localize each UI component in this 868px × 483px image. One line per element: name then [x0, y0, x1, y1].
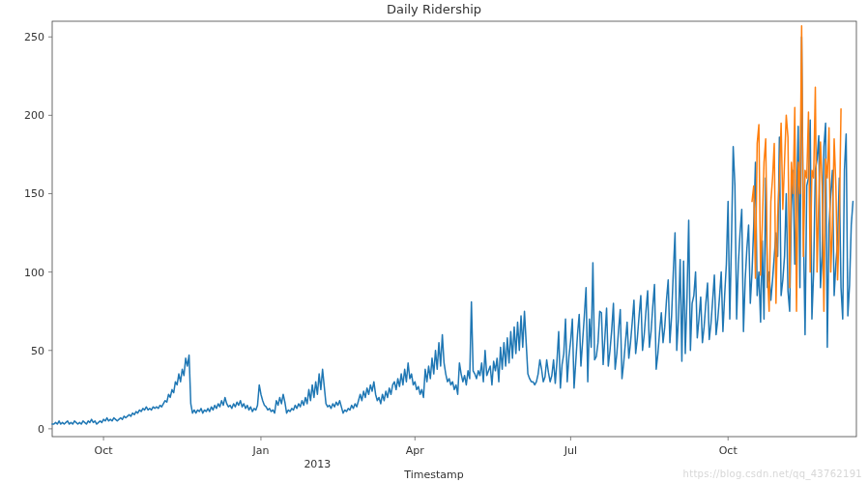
svg-text:150: 150	[24, 187, 44, 200]
svg-text:Jul: Jul	[564, 444, 577, 457]
svg-text:Apr: Apr	[406, 444, 425, 457]
chart-title: Daily Ridership	[0, 2, 868, 16]
svg-text:0: 0	[38, 423, 44, 436]
x-axis-label: Timestamp	[0, 469, 868, 481]
chart-plot: 050100150200250 OctJanAprJulOct2013	[0, 0, 868, 483]
svg-text:Jan: Jan	[251, 444, 269, 457]
chart-container: Daily Ridership 050100150200250 OctJanAp…	[0, 0, 868, 483]
series-train	[52, 37, 853, 424]
svg-text:Oct: Oct	[719, 444, 738, 457]
svg-text:100: 100	[24, 267, 44, 279]
svg-text:250: 250	[24, 31, 44, 43]
series-test	[752, 26, 841, 311]
svg-text:Oct: Oct	[95, 444, 114, 457]
svg-text:50: 50	[31, 345, 44, 357]
svg-text:200: 200	[24, 109, 44, 122]
